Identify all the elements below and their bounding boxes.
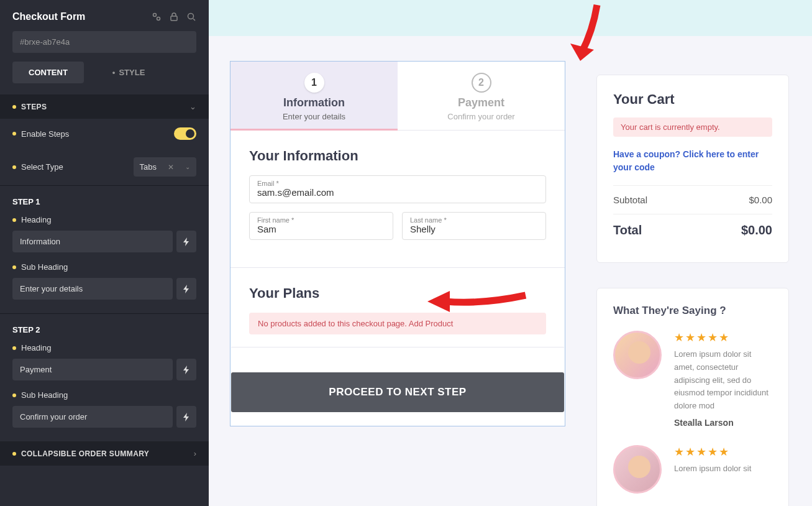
add-product-link[interactable]: Add Product: [409, 319, 454, 328]
step2-block: STEP 2 Heading Sub Heading: [0, 314, 209, 441]
step-title: Information: [237, 96, 391, 109]
sidebar: Checkout Form #brxe-ab7e4a CONTENT STYLE…: [0, 0, 209, 506]
cart-card: Your Cart Your cart is currently empty. …: [596, 75, 789, 263]
subtotal-value: $0.00: [749, 195, 772, 205]
field-value: Sam: [257, 224, 385, 234]
step2-heading-label: Heading: [21, 343, 51, 352]
dot-icon: [12, 393, 16, 397]
dot-icon: [12, 265, 16, 269]
last-name-field[interactable]: Last name * Shelly: [402, 212, 546, 240]
section-steps-header[interactable]: STEPS ⌄: [0, 94, 209, 119]
step1-title: STEP 1: [12, 197, 196, 206]
svg-rect-2: [171, 16, 177, 21]
enable-steps-toggle[interactable]: [174, 127, 196, 140]
panel-tabs: CONTENT STYLE: [0, 62, 209, 94]
testimonial-text: Lorem ipsum dolor sit amet, consectetur …: [674, 348, 772, 413]
svg-point-0: [153, 14, 157, 17]
field-label: Last name *: [410, 216, 538, 224]
step-tab-payment[interactable]: 2 Payment Confirm your order: [398, 62, 565, 130]
total-label: Total: [613, 223, 642, 237]
field-label: First name *: [257, 216, 385, 224]
dot-icon: [12, 452, 16, 456]
field-value: sam.s@email.com: [257, 187, 538, 198]
layout-icon[interactable]: [152, 12, 162, 22]
svg-point-1: [157, 17, 160, 21]
svg-point-3: [188, 14, 194, 19]
step1-subheading-input[interactable]: [12, 278, 173, 300]
chevron-down-icon: ⌄: [189, 102, 196, 111]
header-icons: [152, 12, 196, 22]
canvas: 1 Information Enter your details 2 Payme…: [209, 36, 812, 506]
panel-title: Checkout Form: [12, 11, 85, 22]
step-subtitle: Confirm your order: [404, 112, 559, 121]
select-type-row: Select Type Tabs ✕ ⌄: [0, 149, 209, 185]
dynamic-data-button[interactable]: [176, 359, 196, 380]
select-type-dropdown[interactable]: Tabs ✕ ⌄: [134, 157, 196, 177]
step1-heading-input[interactable]: [12, 231, 173, 252]
step-subtitle: Enter your details: [237, 112, 391, 121]
field-value: Shelly: [410, 224, 538, 234]
step1-block: STEP 1 Heading Sub Heading: [0, 186, 209, 313]
testimonial-text: Lorem ipsum dolor sit: [674, 462, 751, 476]
step1-subheading-label: Sub Heading: [21, 262, 68, 272]
svg-line-4: [193, 19, 195, 21]
subtotal-row: Subtotal $0.00: [613, 185, 772, 214]
chevron-right-icon: ›: [194, 449, 196, 458]
total-row: Total $0.00: [613, 214, 772, 246]
avatar: [613, 445, 662, 494]
star-rating: ★★★★★: [674, 445, 751, 459]
coupon-link[interactable]: Have a coupon? Click here to enter your …: [613, 148, 772, 174]
dynamic-data-button[interactable]: [176, 231, 196, 252]
canvas-area: 1 Information Enter your details 2 Payme…: [209, 0, 812, 506]
lock-icon[interactable]: [169, 12, 179, 22]
clear-icon[interactable]: ✕: [168, 163, 174, 172]
dynamic-data-button[interactable]: [176, 406, 196, 428]
step-number: 2: [472, 73, 491, 93]
information-section: Your Information Email * sam.s@email.com…: [230, 131, 565, 255]
sidebar-header: Checkout Form: [0, 0, 209, 31]
proceed-button[interactable]: PROCEED TO NEXT STEP: [231, 372, 564, 412]
top-bar: [209, 0, 812, 36]
section-collapsible-header[interactable]: COLLAPSIBLE ORDER SUMMARY ›: [0, 441, 209, 466]
step-title: Payment: [404, 96, 559, 109]
step2-heading-input[interactable]: [12, 359, 173, 380]
checkout-card[interactable]: 1 Information Enter your details 2 Payme…: [230, 61, 565, 426]
enable-steps-row: Enable Steps: [0, 119, 209, 149]
tab-content[interactable]: CONTENT: [12, 62, 84, 83]
total-value: $0.00: [741, 223, 772, 237]
first-name-field[interactable]: First name * Sam: [249, 212, 393, 240]
cart-empty-alert: Your cart is currently empty.: [613, 117, 772, 137]
plans-section: Your Plans No products added to this che…: [230, 267, 565, 347]
section-label: STEPS: [21, 103, 47, 111]
testimonials-title: What They're Saying ?: [613, 305, 772, 317]
dot-icon: [12, 218, 16, 222]
step-tab-information[interactable]: 1 Information Enter your details: [230, 62, 398, 130]
email-field[interactable]: Email * sam.s@email.com: [249, 175, 546, 203]
star-rating: ★★★★★: [674, 331, 772, 344]
testimonial-name: Stealla Larson: [674, 418, 772, 428]
section-heading: Your Information: [249, 148, 546, 164]
step2-title: STEP 2: [12, 325, 196, 334]
search-icon[interactable]: [186, 12, 196, 22]
dynamic-data-button[interactable]: [176, 278, 196, 300]
no-products-alert: No products added to this checkout page.…: [249, 313, 546, 334]
enable-steps-label: Enable Steps: [21, 129, 69, 139]
step2-subheading-input[interactable]: [12, 406, 173, 428]
dot-icon: [12, 132, 16, 136]
section-label: COLLAPSIBLE ORDER SUMMARY: [21, 449, 149, 458]
dot-icon: [12, 105, 16, 109]
chevron-down-icon: ⌄: [185, 163, 190, 170]
step1-heading-label: Heading: [21, 215, 51, 224]
tab-style[interactable]: STYLE: [96, 62, 161, 83]
testimonial-item: ★★★★★ Lorem ipsum dolor sit amet, consec…: [613, 331, 772, 428]
element-id-input[interactable]: #brxe-ab7e4a: [12, 31, 196, 53]
checkout-form: 1 Information Enter your details 2 Payme…: [230, 61, 565, 506]
subtotal-label: Subtotal: [613, 195, 647, 205]
testimonial-item: ★★★★★ Lorem ipsum dolor sit: [613, 445, 772, 494]
checkout-step-tabs: 1 Information Enter your details 2 Payme…: [230, 62, 565, 131]
field-label: Email *: [257, 180, 538, 187]
dot-icon: [12, 346, 16, 350]
section-heading: Your Plans: [249, 285, 546, 301]
cart-title: Your Cart: [613, 91, 772, 108]
dot-icon: [12, 165, 16, 169]
